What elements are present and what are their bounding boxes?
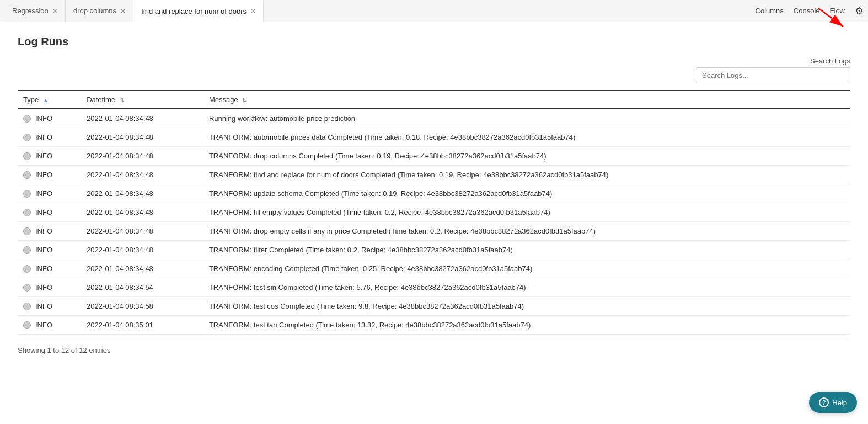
tab-drop-columns-close[interactable]: × (121, 7, 125, 15)
table-row: INFO 2022-01-04 08:34:48 TRANFORM: drop … (18, 222, 850, 241)
search-logs-input[interactable] (696, 67, 850, 83)
cell-message-5: TRANFORM: fill empty values Completed (T… (203, 203, 850, 222)
table-row: INFO 2022-01-04 08:34:48 TRANFORM: autom… (18, 128, 850, 147)
cell-datetime-3: 2022-01-04 08:34:48 (81, 166, 203, 184)
cell-datetime-5: 2022-01-04 08:34:48 (81, 203, 203, 222)
tab-regression-label: Regression (12, 7, 49, 15)
type-label-9: INFO (35, 283, 52, 292)
top-right-nav: Columns Console Flow ⚙ (756, 5, 864, 17)
cell-datetime-0: 2022-01-04 08:34:48 (81, 109, 203, 128)
nav-columns[interactable]: Columns (756, 7, 784, 15)
search-logs-label: Search Logs (810, 57, 850, 65)
cell-datetime-6: 2022-01-04 08:34:48 (81, 222, 203, 241)
type-dot-0 (23, 115, 31, 123)
cell-message-1: TRANFORM: automobile prices data Complet… (203, 128, 850, 147)
cell-datetime-10: 2022-01-04 08:34:58 (81, 297, 203, 316)
table-body: INFO 2022-01-04 08:34:48 Running workflo… (18, 109, 850, 335)
type-label-11: INFO (35, 321, 52, 329)
type-label-7: INFO (35, 246, 52, 254)
type-label-5: INFO (35, 208, 52, 216)
type-label-8: INFO (35, 264, 52, 273)
tab-drop-columns[interactable]: drop columns × (66, 0, 133, 22)
table-row: INFO 2022-01-04 08:35:01 TRANFORM: test … (18, 316, 850, 335)
tab-regression-close[interactable]: × (53, 7, 57, 15)
sort-datetime-icon: ⇅ (120, 97, 124, 103)
type-label-2: INFO (35, 152, 52, 160)
col-type-label: Type (23, 96, 39, 104)
table-row: INFO 2022-01-04 08:34:48 TRANFORM: find … (18, 166, 850, 184)
type-label-3: INFO (35, 171, 52, 179)
type-dot-7 (23, 246, 31, 254)
type-label-4: INFO (35, 189, 52, 198)
tab-bar: Regression × drop columns × find and rep… (0, 0, 868, 22)
col-datetime[interactable]: Datetime ⇅ (81, 91, 203, 109)
tab-find-replace-label: find and replace for num of doors (141, 7, 247, 15)
type-label-0: INFO (35, 114, 52, 123)
col-datetime-label: Datetime (87, 96, 115, 104)
table-row: INFO 2022-01-04 08:34:54 TRANFORM: test … (18, 278, 850, 297)
sort-type-icon: ▲ (43, 97, 49, 103)
cell-message-4: TRANFORM: update schema Completed (Time … (203, 184, 850, 203)
tab-regression[interactable]: Regression × (4, 0, 66, 22)
cell-datetime-4: 2022-01-04 08:34:48 (81, 184, 203, 203)
table-row: INFO 2022-01-04 08:34:48 Running workflo… (18, 109, 850, 128)
cell-type-2: INFO (18, 147, 81, 166)
cell-datetime-11: 2022-01-04 08:35:01 (81, 316, 203, 335)
type-dot-10 (23, 303, 31, 310)
type-dot-4 (23, 190, 31, 198)
cell-message-3: TRANFORM: find and replace for num of do… (203, 166, 850, 184)
type-dot-5 (23, 209, 31, 216)
cell-type-11: INFO (18, 316, 81, 335)
search-logs-container: Search Logs (18, 57, 850, 83)
cell-type-8: INFO (18, 259, 81, 278)
type-dot-9 (23, 284, 31, 292)
col-type[interactable]: Type ▲ (18, 91, 81, 109)
search-logs-wrapper: Search Logs (696, 57, 850, 83)
type-label-6: INFO (35, 227, 52, 235)
cell-message-8: TRANFORM: encoding Completed (Time taken… (203, 259, 850, 278)
table-row: INFO 2022-01-04 08:34:48 TRANFORM: updat… (18, 184, 850, 203)
cell-message-0: Running workflow: automobile price predi… (203, 109, 850, 128)
table-header-row: Type ▲ Datetime ⇅ Message ⇅ (18, 91, 850, 109)
cell-type-5: INFO (18, 203, 81, 222)
cell-message-9: TRANFORM: test sin Completed (Time taken… (203, 278, 850, 297)
page-title: Log Runs (18, 35, 850, 48)
cell-datetime-2: 2022-01-04 08:34:48 (81, 147, 203, 166)
type-label-10: INFO (35, 302, 52, 310)
cell-type-3: INFO (18, 166, 81, 184)
cell-datetime-9: 2022-01-04 08:34:54 (81, 278, 203, 297)
nav-console[interactable]: Console (794, 7, 820, 15)
table-row: INFO 2022-01-04 08:34:48 TRANFORM: filte… (18, 241, 850, 259)
type-dot-1 (23, 134, 31, 141)
col-message[interactable]: Message ⇅ (203, 91, 850, 109)
type-label-1: INFO (35, 133, 52, 141)
type-dot-8 (23, 265, 31, 273)
cell-type-0: INFO (18, 109, 81, 128)
cell-message-2: TRANFORM: drop columns Completed (Time t… (203, 147, 850, 166)
type-dot-11 (23, 321, 31, 329)
cell-type-10: INFO (18, 297, 81, 316)
table-row: INFO 2022-01-04 08:34:48 TRANFORM: encod… (18, 259, 850, 278)
cell-datetime-1: 2022-01-04 08:34:48 (81, 128, 203, 147)
table-row: INFO 2022-01-04 08:34:58 TRANFORM: test … (18, 297, 850, 316)
gear-icon[interactable]: ⚙ (855, 5, 864, 17)
tab-drop-columns-label: drop columns (73, 7, 116, 15)
cell-message-11: TRANFORM: test tan Completed (Time taken… (203, 316, 850, 335)
cell-type-9: INFO (18, 278, 81, 297)
table-row: INFO 2022-01-04 08:34:48 TRANFORM: drop … (18, 147, 850, 166)
cell-message-10: TRANFORM: test cos Completed (Time taken… (203, 297, 850, 316)
table-footer: Showing 1 to 12 of 12 entries (18, 337, 850, 359)
main-content: Log Runs Search Logs Type ▲ Datetime ⇅ M… (0, 22, 868, 372)
type-dot-2 (23, 152, 31, 160)
sort-message-icon: ⇅ (242, 97, 247, 103)
cell-datetime-7: 2022-01-04 08:34:48 (81, 241, 203, 259)
tab-find-replace[interactable]: find and replace for num of doors × (133, 0, 264, 22)
nav-flow[interactable]: Flow (830, 7, 845, 15)
cell-datetime-8: 2022-01-04 08:34:48 (81, 259, 203, 278)
table-row: INFO 2022-01-04 08:34:48 TRANFORM: fill … (18, 203, 850, 222)
tab-find-replace-close[interactable]: × (251, 7, 255, 15)
type-dot-6 (23, 227, 31, 235)
cell-type-4: INFO (18, 184, 81, 203)
col-message-label: Message (209, 96, 238, 104)
cell-message-6: TRANFORM: drop empty cells if any in pri… (203, 222, 850, 241)
